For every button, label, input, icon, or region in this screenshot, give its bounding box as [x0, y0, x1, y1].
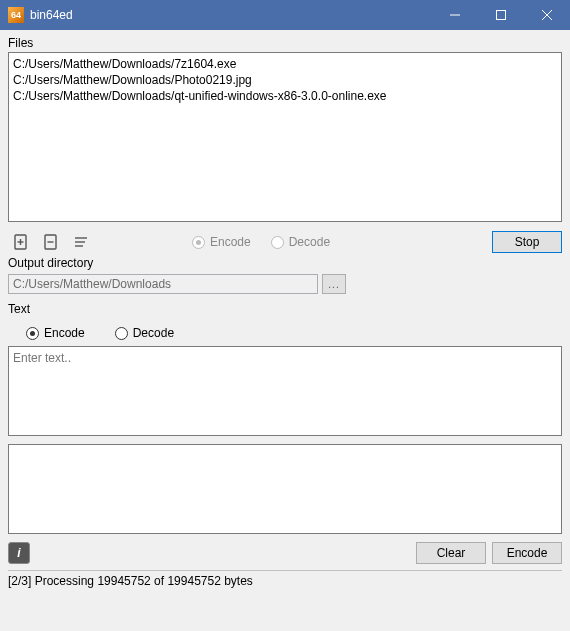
files-label: Files — [8, 36, 562, 50]
radio-label: Decode — [289, 235, 330, 249]
remove-file-button[interactable] — [38, 229, 64, 255]
output-dir-input[interactable] — [8, 274, 318, 294]
radio-label: Encode — [210, 235, 251, 249]
list-item[interactable]: C:/Users/Matthew/Downloads/7z1604.exe — [13, 56, 557, 72]
clear-button[interactable]: Clear — [416, 542, 486, 564]
info-button[interactable]: i — [8, 542, 30, 564]
text-decode-radio[interactable]: Decode — [115, 326, 174, 340]
clear-list-button[interactable] — [68, 229, 94, 255]
file-plus-icon — [12, 233, 30, 251]
file-encode-radio: Encode — [192, 235, 251, 249]
info-icon: i — [17, 546, 20, 560]
stop-button[interactable]: Stop — [492, 231, 562, 253]
file-decode-radio: Decode — [271, 235, 330, 249]
radio-label: Encode — [44, 326, 85, 340]
text-input[interactable] — [8, 346, 562, 436]
browse-button[interactable]: ... — [322, 274, 346, 294]
app-icon: 64 — [8, 7, 24, 23]
minimize-button[interactable] — [432, 0, 478, 30]
close-button[interactable] — [524, 0, 570, 30]
status-bar: [2/3] Processing 19945752 of 19945752 by… — [8, 570, 562, 588]
maximize-button[interactable] — [478, 0, 524, 30]
list-item[interactable]: C:/Users/Matthew/Downloads/Photo0219.jpg — [13, 72, 557, 88]
file-mode-group: Encode Decode — [192, 235, 330, 249]
radio-label: Decode — [133, 326, 174, 340]
output-dir-label: Output directory — [8, 256, 562, 270]
list-icon — [72, 233, 90, 251]
list-item[interactable]: C:/Users/Matthew/Downloads/qt-unified-wi… — [13, 88, 557, 104]
window-title: bin64ed — [30, 8, 432, 22]
add-file-button[interactable] — [8, 229, 34, 255]
files-listbox[interactable]: C:/Users/Matthew/Downloads/7z1604.exe C:… — [8, 52, 562, 222]
titlebar: 64 bin64ed — [0, 0, 570, 30]
file-minus-icon — [42, 233, 60, 251]
text-encode-radio[interactable]: Encode — [26, 326, 85, 340]
text-section-label: Text — [8, 302, 562, 316]
text-mode-group: Encode Decode — [26, 326, 562, 340]
encode-button[interactable]: Encode — [492, 542, 562, 564]
text-output[interactable] — [8, 444, 562, 534]
svg-rect-1 — [497, 11, 506, 20]
